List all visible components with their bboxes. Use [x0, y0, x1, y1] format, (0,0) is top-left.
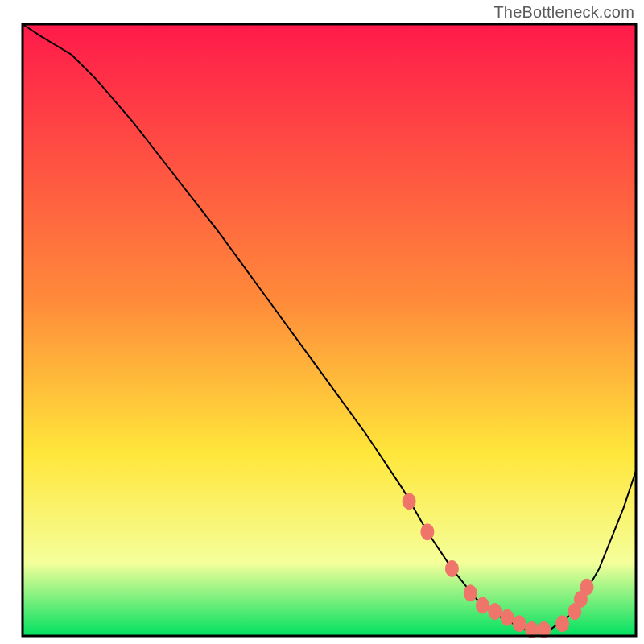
marker-dot — [421, 524, 434, 540]
marker-dot — [501, 609, 514, 625]
marker-dot — [580, 579, 593, 595]
marker-dot — [464, 585, 477, 601]
marker-dot — [477, 597, 489, 613]
gradient-background — [23, 24, 636, 636]
marker-dot — [556, 616, 569, 632]
chart-frame: TheBottleneck.com — [0, 0, 644, 644]
marker-dot — [489, 604, 502, 620]
marker-dot — [402, 493, 415, 510]
marker-dot — [445, 560, 458, 576]
marker-dot — [513, 616, 526, 632]
plot-area — [23, 24, 636, 638]
bottleneck-chart — [0, 0, 644, 644]
